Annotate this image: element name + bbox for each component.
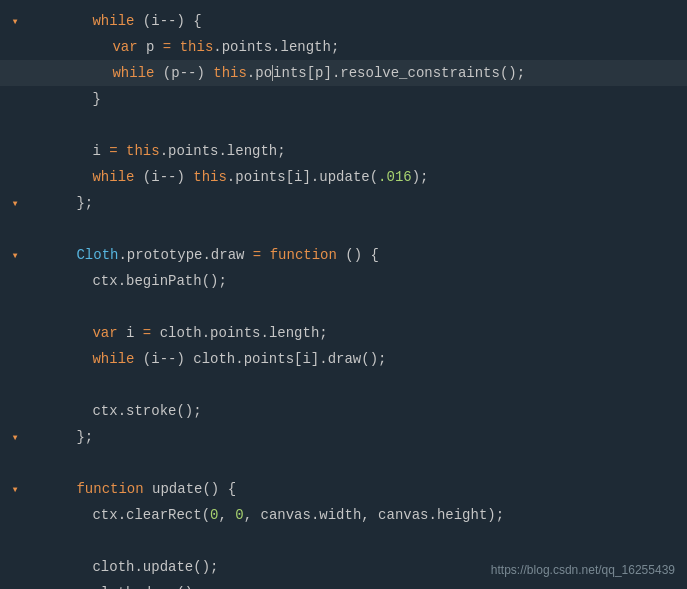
fold-icon[interactable]: ▾ [8,242,22,268]
fold-icon[interactable]: ▾ [8,424,22,450]
code-line: while (i--) cloth.points[i].draw(); [0,346,687,372]
gutter-empty [8,60,22,86]
gutter-empty [8,138,22,164]
gutter-empty [8,554,22,580]
gutter-empty [8,164,22,190]
code-line: ▾ }; [0,190,687,216]
line-content: cloth.draw(); [22,554,202,589]
code-line: ctx.beginPath(); [0,268,687,294]
fold-icon[interactable]: ▾ [8,8,22,34]
gutter-empty [8,86,22,112]
gutter-empty [8,502,22,528]
gutter-empty [8,398,22,424]
code-line: cloth.draw(); [0,580,687,589]
gutter-empty [8,34,22,60]
gutter-empty [8,346,22,372]
gutter-empty [8,580,22,589]
code-line: ctx.clearRect(0, 0, canvas.width, canvas… [0,502,687,528]
code-line: while (i--) this.points[i].update(.016); [0,164,687,190]
fold-icon[interactable]: ▾ [8,476,22,502]
code-line: ▾ }; [0,424,687,450]
code-line: while (p--) this.points[p].resolve_const… [0,60,687,86]
gutter-empty [8,268,22,294]
code-line: } [0,86,687,112]
code-line: ctx.stroke(); [0,398,687,424]
fold-icon[interactable]: ▾ [8,190,22,216]
gutter-empty [8,320,22,346]
code-editor: ▾ while (i--) { var p = this.points.leng… [0,0,687,589]
